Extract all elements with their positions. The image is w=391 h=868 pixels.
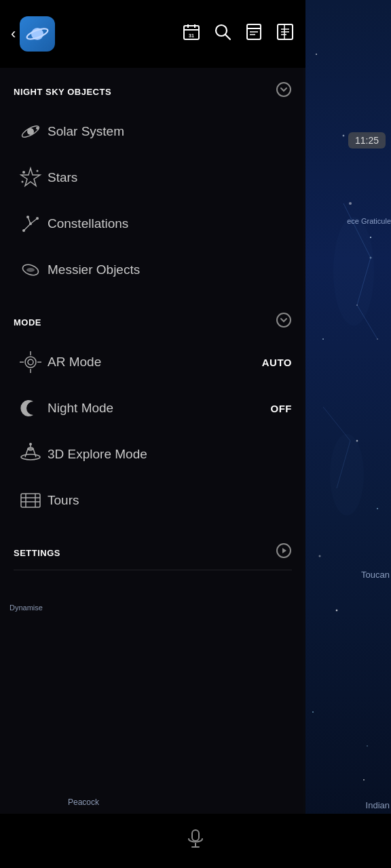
stars-label: Stars xyxy=(48,170,292,185)
stars-icon xyxy=(14,164,48,191)
svg-point-58 xyxy=(277,313,291,327)
time-badge: 11:25 xyxy=(348,132,386,149)
solar-system-icon xyxy=(14,118,48,145)
svg-point-6 xyxy=(330,434,364,515)
messier-objects-icon xyxy=(14,256,48,283)
svg-line-54 xyxy=(31,218,37,224)
microphone-icon[interactable] xyxy=(185,828,206,854)
settings-divider xyxy=(14,570,292,570)
svg-point-65 xyxy=(21,454,40,460)
svg-point-21 xyxy=(319,555,321,557)
stars-item[interactable]: Stars xyxy=(0,155,305,201)
mode-title: MODE xyxy=(14,317,41,328)
bottom-bar xyxy=(0,814,391,868)
back-chevron-icon: ‹ xyxy=(11,25,16,43)
svg-point-13 xyxy=(336,610,338,612)
svg-marker-75 xyxy=(282,548,286,553)
list-icon[interactable] xyxy=(276,22,295,46)
svg-point-68 xyxy=(29,443,32,446)
svg-point-10 xyxy=(322,338,324,340)
tours-label: Tours xyxy=(48,493,292,508)
svg-point-15 xyxy=(363,779,365,781)
3d-explore-item[interactable]: 3D Explore Mode xyxy=(0,431,305,477)
svg-point-5 xyxy=(333,217,374,326)
svg-point-48 xyxy=(22,181,24,183)
svg-point-7 xyxy=(316,54,317,55)
svg-point-60 xyxy=(28,359,33,365)
3d-explore-label: 3D Explore Mode xyxy=(48,447,292,462)
svg-point-11 xyxy=(356,440,358,442)
svg-point-20 xyxy=(377,338,378,340)
tours-icon xyxy=(14,487,48,514)
svg-line-53 xyxy=(24,224,31,231)
bookmark-icon[interactable] xyxy=(244,22,263,46)
messier-objects-label: Messier Objects xyxy=(48,262,292,277)
svg-point-14 xyxy=(312,711,314,713)
svg-point-19 xyxy=(356,304,358,306)
sidebar: ‹ 31 xyxy=(0,0,305,868)
3d-explore-icon xyxy=(14,441,48,468)
header-icons: 31 xyxy=(182,22,295,46)
constellations-item[interactable]: Constellations xyxy=(0,201,305,247)
svg-point-22 xyxy=(367,745,368,747)
ar-mode-item[interactable]: AR Mode AUTO xyxy=(0,339,305,385)
svg-point-18 xyxy=(370,257,372,259)
mode-collapse-icon[interactable] xyxy=(276,312,292,332)
svg-point-44 xyxy=(36,127,39,130)
svg-point-47 xyxy=(37,170,39,172)
back-button[interactable]: ‹ xyxy=(11,16,55,52)
night-mode-label: Night Mode xyxy=(48,401,271,416)
search-icon[interactable] xyxy=(213,22,232,46)
night-mode-icon xyxy=(14,395,48,422)
svg-point-17 xyxy=(349,202,352,205)
svg-line-55 xyxy=(28,217,31,224)
svg-point-57 xyxy=(26,268,35,272)
star-map xyxy=(303,0,391,868)
solar-system-item[interactable]: Solar System xyxy=(0,108,305,155)
app-logo xyxy=(20,16,55,52)
svg-rect-69 xyxy=(21,494,40,507)
ar-mode-label: AR Mode xyxy=(48,355,262,370)
constellations-label: Constellations xyxy=(48,216,292,231)
svg-point-9 xyxy=(370,237,371,238)
night-mode-value: OFF xyxy=(271,403,293,414)
ar-mode-value: AUTO xyxy=(262,357,292,368)
svg-point-8 xyxy=(343,135,345,137)
svg-point-46 xyxy=(22,171,25,174)
settings-expand-icon[interactable] xyxy=(276,542,292,563)
calendar-icon[interactable]: 31 xyxy=(182,22,201,46)
tours-item[interactable]: Tours xyxy=(0,477,305,524)
svg-point-12 xyxy=(377,508,378,509)
settings-title: SETTINGS xyxy=(14,548,60,558)
svg-line-31 xyxy=(225,35,230,39)
constellations-icon xyxy=(14,210,48,237)
messier-objects-item[interactable]: Messier Objects xyxy=(0,247,305,293)
solar-system-label: Solar System xyxy=(48,124,292,139)
night-sky-objects-collapse-icon[interactable] xyxy=(276,81,292,102)
mode-section-header: MODE xyxy=(0,298,305,339)
svg-point-59 xyxy=(25,357,36,368)
night-mode-item[interactable]: Night Mode OFF xyxy=(0,385,305,431)
night-sky-objects-section-header: NIGHT SKY OBJECTS xyxy=(0,68,305,108)
app-header: ‹ 31 xyxy=(0,0,305,68)
svg-point-41 xyxy=(277,83,291,96)
night-sky-objects-title: NIGHT SKY OBJECTS xyxy=(14,87,111,97)
settings-section-header[interactable]: SETTINGS xyxy=(0,529,305,570)
svg-text:31: 31 xyxy=(189,33,194,38)
ar-mode-icon xyxy=(14,349,48,376)
svg-rect-76 xyxy=(192,830,199,841)
